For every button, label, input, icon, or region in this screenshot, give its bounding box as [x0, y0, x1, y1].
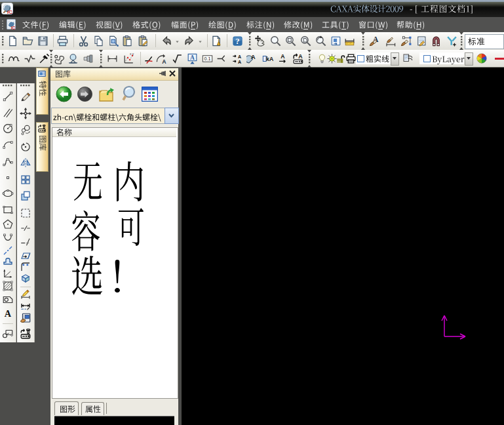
- svg-text:IC: IC: [7, 9, 12, 14]
- svg-text:A: A: [238, 59, 241, 64]
- svg-text:0.1: 0.1: [204, 56, 210, 62]
- svg-text:A: A: [238, 54, 241, 59]
- svg-text:A: A: [190, 54, 195, 61]
- svg-text:A: A: [298, 52, 303, 59]
- svg-text:kA: kA: [266, 55, 274, 62]
- svg-text:IC: IC: [11, 26, 16, 30]
- svg-text:A: A: [5, 308, 12, 319]
- svg-text:A: A: [250, 52, 255, 60]
- svg-text:A: A: [281, 52, 285, 59]
- svg-text:?: ?: [235, 37, 239, 46]
- svg-text:x y: x y: [130, 52, 134, 56]
- svg-text:A: A: [162, 58, 166, 64]
